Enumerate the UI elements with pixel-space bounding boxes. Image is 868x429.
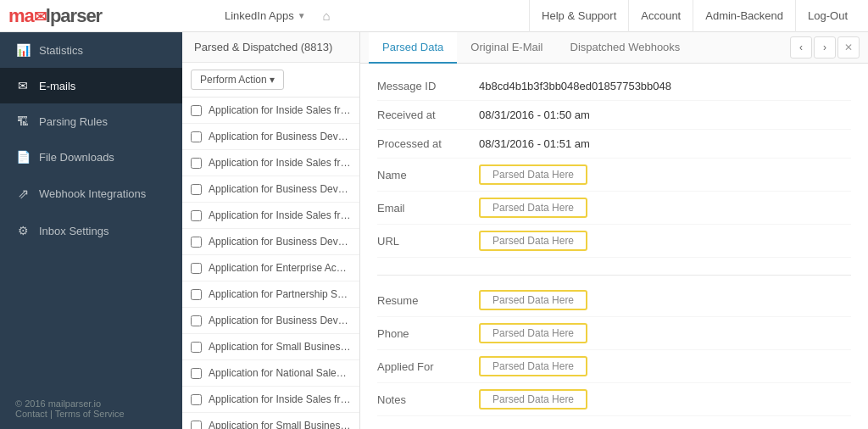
email-checkbox[interactable] xyxy=(191,131,202,142)
email-checkbox[interactable] xyxy=(191,210,202,221)
email-checkbox[interactable] xyxy=(191,237,202,248)
detail-value: Parsed Data Here xyxy=(479,290,851,310)
list-item[interactable]: Application for Inside Sales fro… xyxy=(182,203,359,229)
email-item-text: Application for Small Business… xyxy=(209,420,351,429)
email-list-header: Parsed & Dispatched (8813) xyxy=(182,32,359,63)
email-checkbox[interactable] xyxy=(191,105,202,116)
bar-chart-icon: 📊 xyxy=(15,43,31,57)
list-item[interactable]: Application for Business Deve… xyxy=(182,229,359,255)
detail-section-1: Message ID4b8cd4b1b3f3bb048ed01857753bb0… xyxy=(377,72,851,258)
gear-icon: ⚙ xyxy=(15,224,31,237)
tab-original-email[interactable]: Original E-Mail xyxy=(457,32,556,64)
email-list-items: Application for Inside Sales fro…Applica… xyxy=(182,98,359,429)
detail-value: Parsed Data Here xyxy=(479,231,851,251)
sidebar-item-file-downloads[interactable]: 📄 File Downloads xyxy=(0,139,182,175)
close-button[interactable]: ✕ xyxy=(837,36,860,58)
email-item-text: Application for Inside Sales fro… xyxy=(209,209,351,221)
detail-content: Message ID4b8cd4b1b3f3bb048ed01857753bb0… xyxy=(360,64,868,429)
main-layout: 📊 Statistics ✉ E-mails 🏗 Parsing Rules 📄… xyxy=(0,32,868,429)
parsed-data-badge: Parsed Data Here xyxy=(479,290,587,310)
sidebar-item-label: Statistics xyxy=(39,44,83,57)
email-checkbox[interactable] xyxy=(191,315,202,326)
list-item[interactable]: Application for Partnership Sa… xyxy=(182,281,359,308)
parsed-data-badge: Parsed Data Here xyxy=(479,323,587,343)
contact-link[interactable]: Contact xyxy=(15,409,47,419)
detail-label: URL xyxy=(377,235,479,248)
logo-area: ma✉lparser xyxy=(8,5,191,27)
help-support-link[interactable]: Help & Support xyxy=(529,0,628,32)
list-item[interactable]: Application for Business Deve… xyxy=(182,176,359,203)
detail-value: 08/31/2016 - 01:51 am xyxy=(479,137,851,150)
email-checkbox[interactable] xyxy=(191,158,202,169)
nav-center: LinkedIn Apps ▼ ⌂ xyxy=(191,8,529,23)
email-checkbox[interactable] xyxy=(191,421,202,430)
detail-tabs: Parsed Data Original E-Mail Dispatched W… xyxy=(360,32,868,64)
email-checkbox[interactable] xyxy=(191,184,202,195)
sidebar-item-label: Inbox Settings xyxy=(39,225,108,237)
email-item-text: Application for Business Deve… xyxy=(209,183,351,195)
sidebar-item-parsing-rules[interactable]: 🏗 Parsing Rules xyxy=(0,103,182,139)
email-checkbox[interactable] xyxy=(191,289,202,300)
email-checkbox[interactable] xyxy=(191,263,202,274)
list-item[interactable]: Application for Inside Sales fro… xyxy=(182,150,359,176)
linkedin-apps-dropdown[interactable]: LinkedIn Apps ▼ xyxy=(225,9,306,22)
list-item[interactable]: Application for Inside Sales fro… xyxy=(182,98,359,124)
perform-action-button[interactable]: Perform Action ▾ xyxy=(191,70,284,90)
tab-parsed-data[interactable]: Parsed Data xyxy=(369,32,457,64)
detail-label: Resume xyxy=(377,294,479,307)
email-list-toolbar: Perform Action ▾ xyxy=(182,63,359,98)
sidebar-item-emails[interactable]: ✉ E-mails xyxy=(0,68,182,103)
chevron-down-icon: ▼ xyxy=(298,11,306,20)
sidebar-item-webhook-integrations[interactable]: ⇗ Webhook Integrations xyxy=(0,175,182,213)
parsed-data-badge: Parsed Data Here xyxy=(479,198,587,218)
email-item-text: Application for Partnership Sa… xyxy=(209,288,351,300)
file-icon: 📄 xyxy=(15,150,31,164)
account-link[interactable]: Account xyxy=(628,0,693,32)
detail-label: Notes xyxy=(377,393,479,406)
next-button[interactable]: › xyxy=(814,36,836,58)
list-item[interactable]: Application for Small Business… xyxy=(182,334,359,360)
email-item-text: Application for Business Deve… xyxy=(209,315,351,326)
list-item[interactable]: Application for Small Business… xyxy=(182,413,359,429)
detail-row: PhoneParsed Data Here xyxy=(377,317,851,350)
sidebar-item-label: File Downloads xyxy=(39,151,114,164)
parsed-data-badge: Parsed Data Here xyxy=(479,231,587,251)
detail-panel: Parsed Data Original E-Mail Dispatched W… xyxy=(360,32,868,429)
email-checkbox[interactable] xyxy=(191,394,202,405)
email-item-text: Application for Inside Sales fro… xyxy=(209,157,351,169)
sidebar-item-statistics[interactable]: 📊 Statistics xyxy=(0,32,182,68)
detail-row: URLParsed Data Here xyxy=(377,225,851,258)
detail-label: Name xyxy=(377,169,479,181)
email-item-text: Application for Inside Sales fro… xyxy=(209,393,351,405)
nav-right: Help & Support Account Admin-Backend Log… xyxy=(529,0,860,32)
detail-row: NotesParsed Data Here xyxy=(377,383,851,416)
list-item[interactable]: Application for Inside Sales fro… xyxy=(182,387,359,413)
logout-link[interactable]: Log-Out xyxy=(795,0,860,32)
detail-row: ResumeParsed Data Here xyxy=(377,284,851,317)
email-item-text: Application for Small Business… xyxy=(209,341,351,353)
tab-dispatched-webhooks[interactable]: Dispatched Webhooks xyxy=(557,32,694,64)
email-checkbox[interactable] xyxy=(191,342,202,353)
list-item[interactable]: Application for National Sales … xyxy=(182,360,359,387)
sidebar-item-inbox-settings[interactable]: ⚙ Inbox Settings xyxy=(0,213,182,248)
list-item[interactable]: Application for Business Deve… xyxy=(182,124,359,150)
detail-label: Applied For xyxy=(377,360,479,373)
home-button[interactable]: ⌂ xyxy=(323,8,331,23)
email-item-text: Application for Business Deve… xyxy=(209,131,351,142)
terms-link[interactable]: Terms of Service xyxy=(55,409,125,419)
home-icon: ⌂ xyxy=(323,8,331,23)
parsed-data-badge: Parsed Data Here xyxy=(479,164,587,185)
detail-row: NameParsed Data Here xyxy=(377,159,851,192)
email-checkbox[interactable] xyxy=(191,368,202,379)
detail-row: Applied ForParsed Data Here xyxy=(377,350,851,383)
list-item[interactable]: Application for Business Deve… xyxy=(182,308,359,334)
detail-label: Email xyxy=(377,202,479,214)
parsed-data-badge: Parsed Data Here xyxy=(479,356,587,376)
detail-row: Message ID4b8cd4b1b3f3bb048ed01857753bb0… xyxy=(377,72,851,101)
list-item[interactable]: Application for Enterprise Acc… xyxy=(182,255,359,281)
admin-backend-link[interactable]: Admin-Backend xyxy=(693,0,795,32)
detail-label: Received at xyxy=(377,109,479,121)
prev-button[interactable]: ‹ xyxy=(790,36,812,58)
top-nav: ma✉lparser LinkedIn Apps ▼ ⌂ Help & Supp… xyxy=(0,0,868,32)
footer-links: Contact | Terms of Service xyxy=(15,409,167,419)
